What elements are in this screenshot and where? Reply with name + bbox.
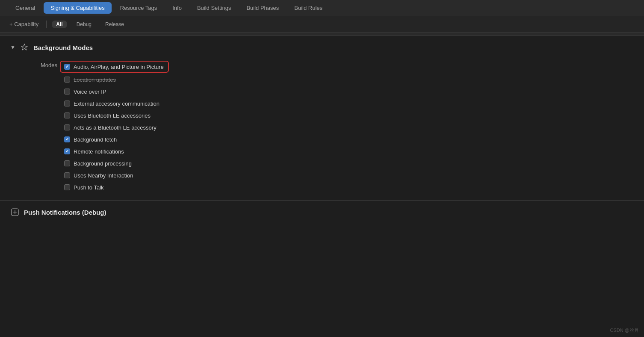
checkbox-accessory[interactable] xyxy=(64,101,70,106)
background-modes-header: ▼ Background Modes xyxy=(10,43,634,52)
checkbox-remote-notif[interactable] xyxy=(64,148,70,154)
modes-container: Modes Audio, AirPlay, and Picture in Pic… xyxy=(10,61,634,193)
filter-all-button[interactable]: All xyxy=(52,21,67,28)
background-modes-icon xyxy=(20,43,29,52)
add-capability-label: + Capability xyxy=(9,21,38,27)
collapse-icon[interactable]: ▼ xyxy=(10,44,15,50)
checkbox-row-remote-notif: Remote notifications xyxy=(64,145,169,157)
section-top-overflow xyxy=(0,33,644,36)
checkbox-bluetooth-le[interactable] xyxy=(64,112,70,118)
tab-resource-tags[interactable]: Resource Tags xyxy=(113,2,164,14)
checkbox-label-bg-fetch: Background fetch xyxy=(74,136,117,143)
filter-release-button[interactable]: Release xyxy=(101,21,128,28)
checkbox-row-bg-fetch: Background fetch xyxy=(64,133,169,145)
checkboxes-column: Audio, AirPlay, and Picture in Picture L… xyxy=(64,61,169,193)
checkbox-label-remote-notif: Remote notifications xyxy=(74,148,124,155)
checkbox-row-nearby: Uses Nearby Interaction xyxy=(64,169,169,181)
checkbox-row-bluetooth-accessory: Acts as a Bluetooth LE accessory xyxy=(64,121,169,133)
checkbox-label-nearby: Uses Nearby Interaction xyxy=(74,172,133,179)
checkbox-label-audio: Audio, AirPlay, and Picture in Picture xyxy=(74,64,164,70)
modes-label: Modes xyxy=(36,61,57,68)
push-notifications-icon xyxy=(10,207,20,217)
checkbox-voip[interactable] xyxy=(64,89,70,95)
toolbar-divider xyxy=(46,21,47,28)
checkbox-row-voip: Voice over IP xyxy=(64,86,169,98)
tab-general[interactable]: General xyxy=(9,2,42,14)
checkbox-label-accessory: External accessory communication xyxy=(74,101,160,107)
toolbar: + Capability All Debug Release xyxy=(0,16,644,33)
checkbox-nearby[interactable] xyxy=(64,172,70,178)
push-notifications-section: Push Notifications (Debug) xyxy=(0,201,644,224)
checkbox-bluetooth-accessory[interactable] xyxy=(64,124,70,130)
checkbox-label-push-talk: Push to Talk xyxy=(74,184,104,191)
tab-bar: General Signing & Capabilities Resource … xyxy=(0,0,644,16)
checkbox-row-bluetooth-le: Uses Bluetooth LE accessories xyxy=(64,109,169,121)
checkbox-row-location: Location updates xyxy=(64,74,169,86)
add-capability-button[interactable]: + Capability xyxy=(7,20,41,28)
checkbox-label-bluetooth-le: Uses Bluetooth LE accessories xyxy=(74,112,151,119)
tab-signing[interactable]: Signing & Capabilities xyxy=(44,2,111,14)
checkbox-push-talk[interactable] xyxy=(64,184,70,190)
checkbox-bg-fetch[interactable] xyxy=(64,136,70,142)
filter-debug-button[interactable]: Debug xyxy=(72,21,96,28)
tab-build-settings[interactable]: Build Settings xyxy=(190,2,238,14)
checkbox-row-audio: Audio, AirPlay, and Picture in Picture xyxy=(60,61,169,73)
tab-build-rules[interactable]: Build Rules xyxy=(287,2,329,14)
checkbox-label-voip: Voice over IP xyxy=(74,89,106,95)
push-notifications-title: Push Notifications (Debug) xyxy=(24,209,106,216)
checkbox-row-push-talk: Push to Talk xyxy=(64,181,169,193)
checkbox-bg-processing[interactable] xyxy=(64,160,70,166)
push-notifications-header: Push Notifications (Debug) xyxy=(10,207,634,217)
checkbox-location[interactable] xyxy=(64,77,70,83)
watermark: CSDN @丝月 xyxy=(610,327,639,334)
checkbox-row-bg-processing: Background processing xyxy=(64,157,169,169)
tab-build-phases[interactable]: Build Phases xyxy=(239,2,286,14)
checkbox-label-bg-processing: Background processing xyxy=(74,160,132,167)
modes-row: Modes Audio, AirPlay, and Picture in Pic… xyxy=(36,61,634,193)
checkbox-label-bluetooth-accessory: Acts as a Bluetooth LE accessory xyxy=(74,124,157,131)
checkbox-label-location: Location updates xyxy=(74,77,116,83)
content-area: ▼ Background Modes Modes Audio, AirPlay,… xyxy=(0,33,644,337)
background-modes-title: Background Modes xyxy=(33,44,93,51)
background-modes-section: ▼ Background Modes Modes Audio, AirPlay,… xyxy=(0,36,644,201)
checkbox-row-accessory: External accessory communication xyxy=(64,98,169,109)
checkbox-audio[interactable] xyxy=(64,64,70,70)
tab-info[interactable]: Info xyxy=(165,2,189,14)
